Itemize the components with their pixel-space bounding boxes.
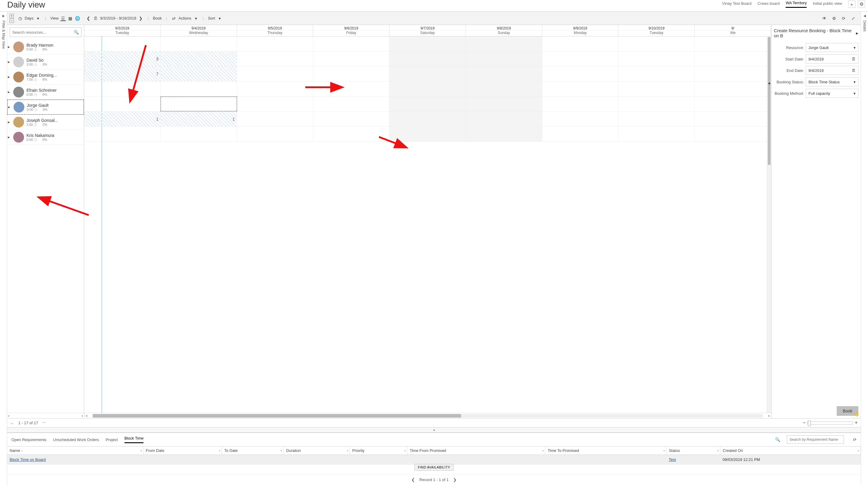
date-column-header[interactable]: 9/5/2019Thursday bbox=[237, 25, 313, 36]
resource-search[interactable]: 🔍 bbox=[10, 27, 82, 37]
collapse-panel-icon[interactable]: ◀ bbox=[768, 82, 770, 85]
timeline-cell[interactable] bbox=[542, 36, 619, 51]
timeline-cell[interactable] bbox=[466, 52, 542, 66]
timeline-cell[interactable] bbox=[313, 82, 390, 96]
timeline-cell[interactable] bbox=[161, 127, 237, 142]
req-tab[interactable]: Open Requirements bbox=[11, 437, 46, 442]
timeline-cell[interactable] bbox=[542, 112, 619, 126]
timeline-cell[interactable] bbox=[618, 36, 695, 51]
req-column-header[interactable]: Status▾ bbox=[666, 447, 720, 455]
resource-row[interactable]: ▶ Jorge Gault 0:00 0% bbox=[7, 99, 84, 115]
timeline-cell[interactable] bbox=[313, 66, 390, 81]
timeline-cell[interactable] bbox=[695, 112, 771, 126]
requirement-status-link[interactable]: Test bbox=[666, 455, 720, 464]
req-column-header[interactable]: Priority▾ bbox=[350, 447, 407, 455]
timeline-hscroll[interactable]: ◂▸ bbox=[84, 413, 771, 418]
expand-resource-icon[interactable]: ▶ bbox=[8, 75, 11, 79]
search-icon[interactable]: 🔍 bbox=[775, 437, 780, 442]
date-column-header[interactable]: 9/6/2019Friday bbox=[313, 25, 390, 36]
timeline-cell[interactable] bbox=[237, 127, 313, 142]
expand-resource-icon[interactable]: ▶ bbox=[8, 105, 11, 109]
resource-dropdown[interactable]: Jorge Gault ▾ bbox=[806, 43, 858, 52]
timeline-cell[interactable] bbox=[84, 127, 161, 142]
collapse-all-button[interactable]: − bbox=[10, 19, 14, 23]
requirement-search-input[interactable] bbox=[787, 435, 844, 444]
timeline-cell[interactable] bbox=[161, 36, 237, 51]
timeline-cell[interactable] bbox=[84, 82, 161, 96]
date-column-header[interactable]: 9/7/2019Saturday bbox=[390, 25, 466, 36]
timeline-cell[interactable] bbox=[237, 66, 313, 81]
zoom-out-button[interactable]: − bbox=[803, 420, 806, 426]
timeline-cell[interactable] bbox=[84, 36, 161, 51]
timeline-cell[interactable] bbox=[542, 66, 619, 81]
timeline-cell[interactable] bbox=[695, 82, 771, 96]
timeline-cell[interactable] bbox=[542, 82, 619, 96]
timeline-cell[interactable] bbox=[466, 66, 542, 81]
timeline-cell[interactable] bbox=[618, 66, 695, 81]
timeline-cell[interactable] bbox=[84, 97, 161, 111]
board-settings-button[interactable]: ⚙ bbox=[858, 1, 865, 8]
expand-panel-icon[interactable]: ▶ bbox=[856, 32, 858, 35]
req-column-header[interactable]: Time From Promised▾ bbox=[407, 447, 545, 455]
timeline-cell[interactable] bbox=[542, 127, 619, 142]
timeline-cell[interactable] bbox=[237, 52, 313, 66]
timeline-cell[interactable] bbox=[618, 112, 695, 126]
requirement-row[interactable]: Block Time on Board Test 09/03/2019 12:2… bbox=[7, 455, 861, 464]
calendar-icon[interactable]: 🗓 bbox=[852, 68, 856, 73]
timeline-cell[interactable] bbox=[313, 52, 390, 66]
timeline-cell[interactable] bbox=[542, 97, 619, 111]
book-submit-button[interactable]: Book 👆 bbox=[837, 406, 858, 416]
req-column-header[interactable]: Time To Promised▾ bbox=[545, 447, 666, 455]
map-view-button[interactable]: 🌐 bbox=[75, 16, 80, 21]
timeline-cell[interactable] bbox=[618, 127, 695, 142]
req-column-header[interactable]: From Date▾ bbox=[143, 447, 222, 455]
find-availability-button[interactable]: FIND AVAILABILITY bbox=[414, 464, 453, 471]
timeline-cell[interactable] bbox=[313, 97, 390, 111]
page-up-button[interactable]: ︿ bbox=[10, 420, 14, 426]
timeline-cell[interactable] bbox=[237, 36, 313, 51]
status-dropdown[interactable]: Block Time Status ▾ bbox=[806, 77, 858, 86]
add-board-button[interactable]: + bbox=[848, 1, 856, 8]
zoom-in-button[interactable]: + bbox=[855, 420, 858, 426]
next-range-button[interactable]: ❯ bbox=[138, 16, 144, 21]
req-column-header[interactable]: Name ↑▾ bbox=[7, 447, 143, 455]
search-input[interactable] bbox=[10, 30, 71, 35]
gear-icon[interactable]: ⚙ bbox=[831, 16, 837, 21]
right-rail[interactable]: ◀ Details bbox=[861, 12, 868, 485]
req-column-header[interactable]: Duration▾ bbox=[284, 447, 350, 455]
timeline-cell[interactable] bbox=[695, 66, 771, 81]
expand-all-button[interactable]: + bbox=[10, 14, 14, 18]
timeline-cell[interactable] bbox=[390, 112, 466, 126]
date-column-header[interactable]: 9/4/2019Wednesday bbox=[161, 25, 237, 36]
timeline-cell[interactable] bbox=[695, 36, 771, 51]
expand-resource-icon[interactable]: ▶ bbox=[8, 136, 11, 139]
refresh-icon[interactable]: ⟳ bbox=[853, 437, 857, 442]
resource-row[interactable]: ▶ Efrain Schreiner 0:00 0% bbox=[7, 85, 84, 99]
timeline-cell[interactable] bbox=[618, 52, 695, 66]
req-column-header[interactable]: Created On▾ bbox=[720, 447, 861, 455]
resource-row[interactable]: ▶ Joseph Gonsal... 2:00 2% bbox=[7, 115, 84, 130]
board-tab[interactable]: WA Territory bbox=[785, 1, 807, 8]
date-column-header[interactable]: 9/9/2019Monday bbox=[542, 25, 619, 36]
refresh-icon[interactable]: ⟳ bbox=[841, 16, 846, 21]
req-tab[interactable]: Block Time bbox=[125, 436, 144, 443]
req-column-header[interactable]: To Date▾ bbox=[222, 447, 284, 455]
timeline-cell[interactable] bbox=[618, 97, 695, 111]
sort-dropdown[interactable]: Sort ▾ bbox=[206, 16, 224, 21]
resource-row[interactable]: ▶ Kris Nakamura 0:00 0% bbox=[7, 130, 84, 145]
timeline-cell[interactable] bbox=[390, 36, 466, 51]
timeline-cell[interactable] bbox=[161, 52, 237, 66]
timeline-cell[interactable] bbox=[466, 82, 542, 96]
date-column-header[interactable]: 9/We bbox=[695, 25, 771, 36]
timeline-cell[interactable] bbox=[618, 82, 695, 96]
time-scale-dropdown[interactable]: Days bbox=[25, 16, 34, 21]
panel-splitter[interactable]: ▾ bbox=[7, 427, 861, 433]
timeline-cell[interactable] bbox=[390, 52, 466, 66]
timeline-cell[interactable] bbox=[313, 112, 390, 126]
req-tab[interactable]: Unscheduled Work Orders bbox=[53, 437, 99, 442]
req-tab[interactable]: Project bbox=[105, 437, 118, 442]
book-button[interactable]: Book bbox=[151, 16, 164, 21]
timeline-cell[interactable]: 1 bbox=[161, 112, 237, 126]
next-record-button[interactable]: ❯ bbox=[453, 478, 457, 482]
list-view-button[interactable]: ☰ bbox=[60, 16, 66, 21]
